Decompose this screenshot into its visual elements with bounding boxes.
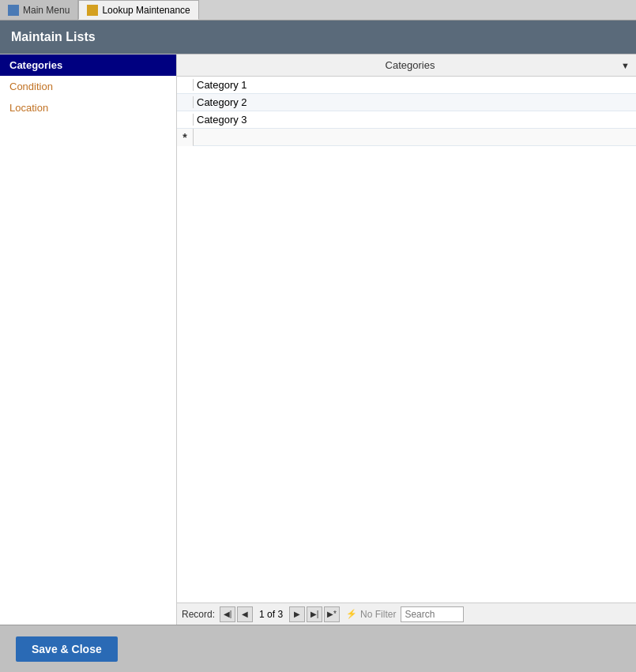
main-content: Categories Condition Location Categories… xyxy=(0,54,636,625)
nav-prev-btn[interactable]: ◀ xyxy=(237,606,253,622)
save-close-button[interactable]: Save & Close xyxy=(16,636,118,662)
sidebar-item-condition-label: Condition xyxy=(9,81,53,92)
sidebar-item-categories-label: Categories xyxy=(9,59,62,71)
table-header: Categories ▼ xyxy=(177,54,636,77)
filter-text: No Filter xyxy=(360,609,396,620)
tab-bar: Main Menu Lookup Maintenance xyxy=(0,0,636,21)
new-row[interactable]: * xyxy=(177,129,636,146)
new-row-asterisk: * xyxy=(177,131,193,144)
search-input[interactable] xyxy=(401,606,464,622)
table-row[interactable]: Category 2 xyxy=(177,94,636,111)
table-row[interactable]: Category 1 xyxy=(177,77,636,94)
tab-main-menu[interactable]: Main Menu xyxy=(0,0,78,20)
column-dropdown-btn[interactable]: ▼ xyxy=(621,61,630,70)
sidebar: Categories Condition Location xyxy=(0,54,177,625)
nav-bar: Record: ◀| ◀ 1 of 3 ▶ ▶| ▶* ⚡ No Filter xyxy=(177,603,636,625)
nav-filter: ⚡ No Filter xyxy=(346,609,396,620)
save-close-label: Save & Close xyxy=(32,643,102,655)
table-body: Category 1 Category 2 Category 3 * xyxy=(177,77,636,603)
right-panel: Categories ▼ Category 1 Category 2 Categ… xyxy=(177,54,636,625)
sidebar-item-location[interactable]: Location xyxy=(0,97,176,118)
row-cell-1[interactable]: Category 1 xyxy=(193,79,636,91)
nav-record-info: 1 of 3 xyxy=(259,609,283,620)
nav-new-btn[interactable]: ▶* xyxy=(324,606,340,622)
table-column-header: Categories xyxy=(199,59,621,71)
nav-next-btn[interactable]: ▶ xyxy=(289,606,305,622)
main-menu-icon xyxy=(8,5,19,16)
nav-first-btn[interactable]: ◀| xyxy=(220,606,235,622)
section-title: Maintain Lists xyxy=(11,30,96,44)
row-cell-2[interactable]: Category 2 xyxy=(193,96,636,108)
tab-lookup-maintenance[interactable]: Lookup Maintenance xyxy=(78,0,198,20)
record-label: Record: xyxy=(182,609,215,620)
sidebar-item-categories[interactable]: Categories xyxy=(0,54,176,76)
row-cell-3[interactable]: Category 3 xyxy=(193,114,636,126)
table-row[interactable]: Category 3 xyxy=(177,111,636,129)
sidebar-item-location-label: Location xyxy=(9,102,48,114)
tab-lookup-maintenance-label: Lookup Maintenance xyxy=(102,5,190,16)
new-row-input-cell[interactable] xyxy=(193,129,636,146)
filter-icon: ⚡ xyxy=(346,609,357,619)
tab-main-menu-label: Main Menu xyxy=(23,5,70,16)
lookup-maintenance-icon xyxy=(87,5,98,16)
bottom-bar: Save & Close xyxy=(0,625,636,672)
nav-last-btn[interactable]: ▶| xyxy=(307,606,322,622)
sidebar-item-condition[interactable]: Condition xyxy=(0,76,176,97)
section-title-bar: Maintain Lists xyxy=(0,21,636,54)
